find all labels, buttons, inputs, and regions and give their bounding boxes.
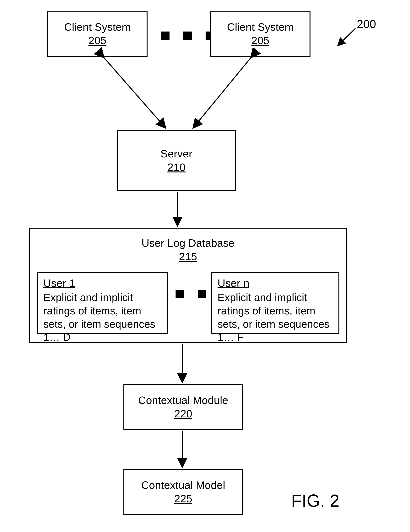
diagram-page: 200 Client System 205 ■ ■ ■ Client Syste…	[0, 0, 410, 532]
arrow-client-right-server	[193, 58, 251, 128]
arrow-client-left-server	[104, 58, 166, 128]
arrows-layer	[0, 0, 410, 532]
figure-label: FIG. 2	[291, 491, 339, 511]
